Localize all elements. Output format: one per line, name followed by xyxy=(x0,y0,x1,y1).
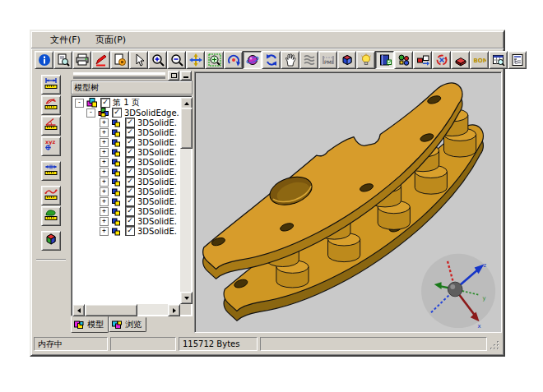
checkbox-checked[interactable]: ✓ xyxy=(125,137,135,147)
dim-horizontal-button[interactable] xyxy=(41,75,61,95)
checkbox-checked[interactable]: ✓ xyxy=(125,216,135,226)
expand-icon[interactable]: + xyxy=(100,138,109,147)
table-find-button[interactable] xyxy=(489,51,508,69)
tree-item-label[interactable]: 3DSolidEdge. xyxy=(124,108,179,118)
tree-item-part[interactable]: +✓3DSolidE. xyxy=(73,187,179,196)
print-button[interactable] xyxy=(72,51,91,69)
expand-icon[interactable]: + xyxy=(100,148,109,157)
tree-item-part[interactable]: +✓3DSolidE. xyxy=(73,196,179,206)
tree-item-label[interactable]: 3DSolidE. xyxy=(137,227,177,236)
tree-item-label[interactable]: 3DSolidE. xyxy=(137,168,177,177)
tree-item-label[interactable]: 3DSolidE. xyxy=(137,197,177,206)
checkbox-checked[interactable]: ✓ xyxy=(125,127,135,137)
expand-icon[interactable]: + xyxy=(100,128,109,137)
stamp-button[interactable] xyxy=(110,51,129,69)
rotate-view-button[interactable] xyxy=(224,51,243,69)
expand-icon[interactable]: + xyxy=(100,217,109,226)
scroll-thumb[interactable] xyxy=(85,304,137,316)
drag-gripper[interactable] xyxy=(73,72,165,79)
tree-item-part[interactable]: +✓3DSolidE. xyxy=(73,118,179,127)
checkbox-checked[interactable]: ✓ xyxy=(125,177,135,187)
checkbox-checked[interactable]: ✓ xyxy=(125,226,135,236)
axis-widget[interactable]: z x y xyxy=(421,254,495,330)
expand-icon[interactable]: + xyxy=(100,168,109,177)
tab-model[interactable]: 模型 xyxy=(71,316,109,333)
checkbox-checked[interactable]: ✓ xyxy=(125,196,135,206)
expand-icon[interactable]: + xyxy=(100,207,109,216)
info-button[interactable] xyxy=(35,51,53,69)
dim-radius-button[interactable] xyxy=(41,95,61,115)
select-cursor-button[interactable] xyxy=(129,51,148,69)
checkbox-checked[interactable]: ✓ xyxy=(125,118,135,127)
layers-button[interactable] xyxy=(299,51,318,69)
dim-area-button[interactable] xyxy=(41,206,61,226)
tree-item-part[interactable]: +✓3DSolidE. xyxy=(73,157,179,167)
collapse-icon[interactable]: - xyxy=(75,99,84,108)
tree-item-part[interactable]: +✓3DSolidE. xyxy=(73,137,179,147)
zoom-in-button[interactable] xyxy=(148,51,167,69)
scroll-down-button[interactable] xyxy=(180,292,193,304)
tab-browse[interactable]: 浏览 xyxy=(109,317,146,332)
tree-item-label[interactable]: 3DSolidE. xyxy=(137,118,177,127)
book-browse-button[interactable] xyxy=(375,51,394,69)
panel-grip-bar[interactable] xyxy=(71,71,193,80)
scroll-right-button[interactable] xyxy=(168,304,180,316)
viewport-3d[interactable]: z x y xyxy=(194,71,502,333)
tree-item-part[interactable]: +✓3DSolidE. xyxy=(73,147,179,157)
tree-item-part[interactable]: +✓3DSolidE. xyxy=(73,226,179,236)
zoom-out-button[interactable] xyxy=(167,51,186,69)
pmi-button[interactable]: PMI xyxy=(318,51,337,69)
tree-vertical-scrollbar[interactable] xyxy=(180,97,191,304)
shaded-view-button[interactable] xyxy=(243,51,262,69)
scroll-thumb[interactable] xyxy=(180,108,193,149)
refresh-view-button[interactable] xyxy=(262,51,281,69)
dim-curve-button[interactable] xyxy=(41,186,61,205)
part-rotate-button[interactable] xyxy=(432,51,451,69)
zoom-window-button[interactable] xyxy=(205,51,224,69)
tree-horizontal-scrollbar[interactable] xyxy=(72,304,180,315)
dim-distance-button[interactable] xyxy=(41,161,61,181)
markup-pen-button[interactable] xyxy=(91,51,110,69)
tree-item-page[interactable]: - ✓ 第 1 页 xyxy=(73,98,179,108)
tree-item-label[interactable]: 3DSolidE. xyxy=(137,128,177,137)
expand-icon[interactable]: + xyxy=(100,178,109,187)
tree-item-part[interactable]: +✓3DSolidE. xyxy=(73,167,179,177)
open-preview-button[interactable] xyxy=(53,51,72,69)
checkbox-checked[interactable]: ✓ xyxy=(100,98,110,108)
checkbox-checked[interactable]: ✓ xyxy=(125,167,135,177)
checkbox-checked[interactable]: ✓ xyxy=(125,187,135,196)
expand-icon[interactable]: + xyxy=(100,227,109,236)
tree-item-label[interactable]: 3DSolidE. xyxy=(137,187,177,196)
expand-icon[interactable]: + xyxy=(100,187,109,196)
dim-angle-button[interactable] xyxy=(41,116,61,136)
tree-item-label[interactable]: 3DSolidE. xyxy=(137,148,177,157)
bom-button[interactable]: BOM xyxy=(470,51,489,69)
checkbox-checked[interactable]: ✓ xyxy=(125,206,135,216)
solid-cube-button[interactable] xyxy=(41,231,61,251)
scroll-left-button[interactable] xyxy=(72,304,85,316)
tree-list-button[interactable] xyxy=(508,51,527,69)
menu-file[interactable]: 文件(F) xyxy=(43,32,88,48)
panel-float-button[interactable] xyxy=(168,71,179,81)
checkbox-checked[interactable]: ✓ xyxy=(125,147,135,157)
expand-icon[interactable]: + xyxy=(100,197,109,206)
panel-hide-button[interactable] xyxy=(180,71,192,81)
parts-button[interactable] xyxy=(394,51,413,69)
tree-item-assembly[interactable]: - ✓ 3DSolidEdge. xyxy=(73,108,179,118)
pan-move-button[interactable] xyxy=(186,51,205,69)
tree-item-part[interactable]: +✓3DSolidE. xyxy=(73,127,179,137)
tree-item-label[interactable]: 3DSolidE. xyxy=(137,178,177,187)
tree-item-label[interactable]: 3DSolidE. xyxy=(137,158,177,167)
cube-view-button[interactable] xyxy=(337,51,356,69)
tree-item-part[interactable]: +✓3DSolidE. xyxy=(73,216,179,226)
expand-icon[interactable]: + xyxy=(100,118,109,127)
menu-page[interactable]: 页面(P) xyxy=(88,32,133,48)
tree-item-label[interactable]: 3DSolidE. xyxy=(137,207,177,216)
expand-icon[interactable]: + xyxy=(100,158,109,167)
dim-coordinate-button[interactable]: xyz xyxy=(41,136,61,156)
tree-item-part[interactable]: +✓3DSolidE. xyxy=(73,206,179,216)
part-explode-button[interactable] xyxy=(451,51,470,69)
pan-hand-button[interactable] xyxy=(281,51,299,69)
part-move-button[interactable] xyxy=(413,51,432,69)
checkbox-checked[interactable]: ✓ xyxy=(125,157,135,167)
